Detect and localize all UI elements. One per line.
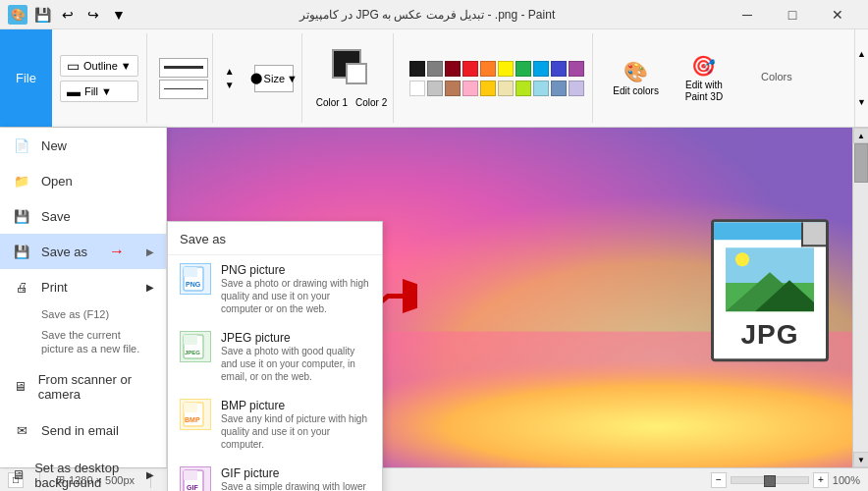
save-as-submenu-arrow: ▶ bbox=[146, 246, 154, 257]
ribbon-up-arrow[interactable]: ▲ bbox=[855, 29, 868, 79]
scanner-icon: 🖥 bbox=[12, 377, 28, 397]
ribbon-scroll-down[interactable]: ▼ bbox=[223, 79, 237, 92]
color-swatch[interactable] bbox=[409, 61, 425, 77]
jpeg-desc: Save a photo with good quality and use i… bbox=[221, 345, 370, 383]
quick-access-toolbar: 🎨 💾 ↩ ↪ ▼ bbox=[8, 4, 130, 26]
color-swatch[interactable] bbox=[515, 81, 531, 96]
color-swatch[interactable] bbox=[445, 61, 461, 77]
desktop-bg-arrow: ▶ bbox=[146, 469, 154, 480]
menu-item-from-scanner[interactable]: 🖥 From scanner or camera bbox=[0, 364, 166, 409]
desktop-bg-label: Set as desktop background bbox=[34, 461, 136, 490]
color2-swatch[interactable] bbox=[346, 63, 367, 84]
save-as-menu-title: Save as bbox=[168, 228, 382, 255]
close-btn[interactable]: ✕ bbox=[815, 0, 860, 29]
size-label: Size bbox=[264, 73, 285, 84]
colors-group-label: Colors bbox=[753, 71, 800, 86]
save-quick-btn[interactable]: 💾 bbox=[31, 4, 53, 26]
new-label: New bbox=[41, 138, 67, 153]
vertical-scrollbar[interactable]: ▲ ▼ bbox=[852, 128, 868, 467]
outline-btn[interactable]: ▭ Outline ▼ bbox=[60, 55, 138, 77]
color-swatch[interactable] bbox=[498, 61, 514, 77]
png-svg: PNG bbox=[182, 265, 209, 293]
png-format-icon: PNG bbox=[180, 263, 211, 295]
size-icon: ⬤ bbox=[250, 72, 262, 84]
color-swatch[interactable] bbox=[409, 81, 425, 96]
save-as-png[interactable]: PNG PNG picture Save a photo or drawing … bbox=[168, 255, 382, 323]
color-swatch[interactable] bbox=[515, 61, 531, 77]
color-swatch[interactable] bbox=[533, 61, 549, 77]
menu-item-open[interactable]: 📁 Open bbox=[0, 163, 166, 198]
color-swatch[interactable] bbox=[462, 81, 478, 96]
png-format-text: PNG picture Save a photo or drawing with… bbox=[221, 263, 370, 315]
menu-item-save-as-f12: Save as (F12) bbox=[0, 304, 166, 324]
file-tab[interactable]: File bbox=[0, 29, 52, 127]
undo-btn[interactable]: ↩ bbox=[57, 4, 79, 26]
ribbon-scroll-up[interactable]: ▲ bbox=[223, 65, 237, 79]
size-section: ⬤ Size ▼ bbox=[246, 33, 302, 123]
scroll-up-btn[interactable]: ▲ bbox=[853, 128, 868, 143]
scroll-down-btn[interactable]: ▼ bbox=[853, 452, 868, 467]
save-as-bmp[interactable]: BMP BMP picture Save any kind of picture… bbox=[168, 391, 382, 459]
desktop-bg-icon: 🖥 bbox=[12, 465, 25, 485]
scroll-thumb[interactable] bbox=[854, 143, 868, 183]
color-swatch[interactable] bbox=[445, 81, 461, 96]
color-swatch[interactable] bbox=[551, 61, 567, 77]
color-swatch[interactable] bbox=[551, 81, 567, 96]
menu-item-print[interactable]: 🖨 Print ▶ bbox=[0, 269, 166, 304]
ribbon-down-arrow[interactable]: ▼ bbox=[855, 79, 868, 128]
menu-item-send-email[interactable]: ✉ Send in email bbox=[0, 413, 166, 449]
save-as-arrow-icon: → bbox=[109, 243, 125, 260]
color-swatch[interactable] bbox=[480, 81, 496, 96]
zoom-slider[interactable] bbox=[731, 476, 809, 484]
color-swatch[interactable] bbox=[569, 81, 584, 96]
jpg-label: JPG bbox=[714, 319, 826, 351]
fill-btn[interactable]: ▬ Fill ▼ bbox=[60, 81, 138, 102]
color-swatch[interactable] bbox=[427, 81, 443, 96]
save-as-gif[interactable]: GIF GIF picture Save a simple drawing wi… bbox=[168, 459, 382, 491]
menu-item-new[interactable]: 📄 New bbox=[0, 128, 166, 163]
menu-item-save-as[interactable]: 💾 Save as → ▶ bbox=[0, 234, 166, 269]
save-as-icon: 💾 bbox=[12, 242, 31, 261]
jpeg-svg: JPEG bbox=[182, 333, 209, 360]
bmp-title: BMP picture bbox=[221, 399, 370, 412]
color-swatch[interactable] bbox=[569, 61, 584, 77]
size-btn[interactable]: ⬤ Size ▼ bbox=[254, 65, 294, 92]
minimize-btn[interactable]: ─ bbox=[725, 0, 770, 29]
menu-item-save[interactable]: 💾 Save bbox=[0, 198, 166, 234]
edit-paint3d-btn[interactable]: 🎯 Edit with Paint 3D bbox=[671, 50, 737, 107]
new-icon: 📄 bbox=[12, 136, 31, 155]
app-icon: 🎨 bbox=[8, 5, 27, 25]
color-swatch[interactable] bbox=[498, 81, 514, 96]
color-swatch[interactable] bbox=[533, 81, 549, 96]
qa-dropdown-btn[interactable]: ▼ bbox=[108, 4, 130, 26]
color2-label: Color 2 bbox=[355, 97, 387, 108]
save-as-label: Save as bbox=[41, 245, 87, 259]
edit-colors-label: Edit colors bbox=[613, 85, 659, 96]
sun-shape bbox=[735, 252, 749, 266]
zoom-thumb[interactable] bbox=[764, 475, 776, 487]
fill-icon: ▬ bbox=[67, 83, 81, 99]
svg-rect-1 bbox=[184, 267, 197, 277]
zoom-section: − + 100% bbox=[711, 472, 860, 488]
color-swatch[interactable] bbox=[427, 61, 443, 77]
color-palette-row2 bbox=[409, 81, 584, 96]
color-swatch[interactable] bbox=[462, 61, 478, 77]
svg-rect-7 bbox=[184, 403, 197, 412]
jpg-file-container: JPG bbox=[711, 219, 829, 361]
stroke-btn-2[interactable] bbox=[159, 80, 208, 99]
email-icon: ✉ bbox=[12, 421, 31, 441]
menu-item-desktop-bg[interactable]: 🖥 Set as desktop background ▶ bbox=[0, 453, 166, 491]
color-swatch[interactable] bbox=[480, 61, 496, 77]
svg-text:PNG: PNG bbox=[186, 281, 201, 288]
redo-btn[interactable]: ↪ bbox=[82, 4, 104, 26]
menu-item-save-current: Save the current picture as a new file. bbox=[0, 324, 166, 360]
save-as-jpeg[interactable]: JPEG JPEG picture Save a photo with good… bbox=[168, 323, 382, 391]
stroke-btn-1[interactable] bbox=[159, 58, 208, 78]
zoom-in-btn[interactable]: + bbox=[813, 472, 829, 488]
maximize-btn[interactable]: □ bbox=[770, 0, 815, 29]
png-title: PNG picture bbox=[221, 263, 370, 277]
edit-colors-btn[interactable]: 🎨 Edit colors bbox=[609, 56, 663, 100]
mountain-image bbox=[726, 247, 814, 311]
zoom-out-btn[interactable]: − bbox=[711, 472, 727, 488]
gif-svg: GIF bbox=[182, 468, 209, 491]
